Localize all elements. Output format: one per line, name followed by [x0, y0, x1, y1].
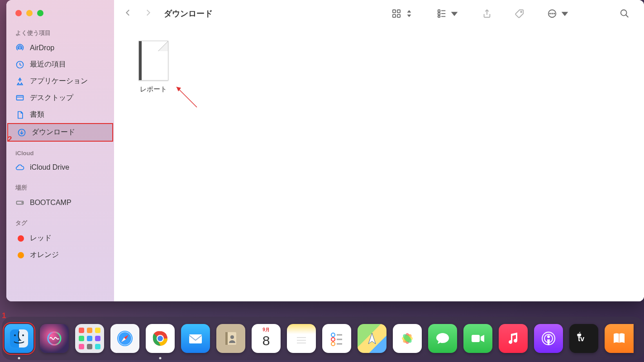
- dock-launchpad[interactable]: [75, 324, 104, 353]
- svg-rect-14: [438, 10, 440, 12]
- dock-calendar[interactable]: 9月8: [252, 324, 281, 353]
- back-button[interactable]: [124, 9, 132, 19]
- sidebar-item-document[interactable]: 書類: [6, 106, 114, 123]
- desktop-icon: [15, 94, 24, 103]
- dock-books[interactable]: [605, 324, 634, 353]
- svg-marker-12: [407, 10, 411, 13]
- sidebar-item-label: 最近の項目: [30, 60, 66, 69]
- svg-point-23: [550, 13, 551, 14]
- svg-rect-15: [438, 13, 440, 15]
- sidebar-item-cloud[interactable]: iCloud Drive: [6, 159, 114, 176]
- cloud-icon: [15, 163, 24, 172]
- svg-marker-20: [451, 12, 458, 16]
- minimize-button[interactable]: [26, 10, 33, 16]
- svg-point-32: [14, 334, 16, 336]
- group-by-button[interactable]: [432, 9, 464, 19]
- sidebar-item-label: 書類: [30, 110, 44, 119]
- dock-reminders[interactable]: [322, 324, 351, 353]
- svg-marker-63: [481, 335, 484, 342]
- dock-podcasts[interactable]: [534, 324, 563, 353]
- svg-marker-57: [368, 333, 376, 344]
- sidebar-item-download[interactable]: ダウンロード: [7, 123, 113, 142]
- file-item[interactable]: レポート: [133, 41, 174, 94]
- app-icon: [15, 77, 24, 86]
- svg-point-25: [554, 13, 555, 14]
- sidebar-item-app[interactable]: アプリケーション: [6, 73, 114, 90]
- sidebar-item-tag[interactable]: オレンジ: [6, 247, 114, 263]
- sidebar-item-label: iCloud Drive: [30, 163, 69, 171]
- view-icons-button[interactable]: [387, 9, 419, 19]
- svg-rect-62: [472, 335, 480, 342]
- svg-point-51: [331, 333, 335, 337]
- dock-appletv[interactable]: tv: [569, 324, 598, 353]
- svg-rect-8: [393, 10, 396, 13]
- dock-music[interactable]: [499, 324, 528, 353]
- dock: 9月8tv: [2, 317, 644, 360]
- more-actions-button[interactable]: [543, 9, 574, 19]
- dock-siri[interactable]: [40, 324, 69, 353]
- forward-button[interactable]: [144, 9, 152, 19]
- window-controls: [6, 8, 114, 27]
- sidebar-item-clock[interactable]: 最近の項目: [6, 56, 114, 73]
- airdrop-icon: [15, 43, 24, 52]
- svg-point-47: [230, 335, 234, 339]
- sidebar-item-label: アプリケーション: [30, 76, 88, 86]
- sidebar: よく使う項目AirDrop最近の項目アプリケーションデスクトップ書類ダウンロード…: [6, 0, 114, 301]
- svg-point-55: [331, 342, 335, 346]
- main-pane: ダウンロード: [114, 0, 644, 301]
- document-icon: [15, 110, 24, 119]
- close-button[interactable]: [15, 10, 22, 16]
- tags-button[interactable]: [510, 9, 529, 19]
- svg-point-7: [22, 202, 23, 203]
- tag-icon: [15, 234, 24, 243]
- dock-contacts[interactable]: [216, 324, 245, 353]
- disk-icon: [15, 198, 24, 207]
- file-area[interactable]: レポート: [114, 27, 644, 301]
- sidebar-heading: iCloud: [6, 150, 114, 159]
- download-icon: [17, 128, 26, 137]
- dock-notes[interactable]: [287, 324, 316, 353]
- clock-icon: [15, 60, 24, 69]
- dock-chrome[interactable]: [146, 324, 175, 353]
- svg-point-0: [19, 47, 21, 49]
- document-icon: [138, 41, 168, 81]
- sidebar-heading: 場所: [6, 184, 114, 195]
- svg-rect-16: [438, 16, 440, 18]
- search-button[interactable]: [615, 9, 634, 19]
- dock-maps[interactable]: [358, 324, 386, 353]
- sidebar-item-label: ダウンロード: [32, 128, 75, 137]
- annotation-label-2: 2: [8, 135, 12, 144]
- window-title: ダウンロード: [164, 8, 213, 19]
- running-indicator: [159, 357, 162, 359]
- dock-mail[interactable]: [181, 324, 210, 353]
- dock-facetime[interactable]: [463, 324, 492, 353]
- sidebar-item-airdrop[interactable]: AirDrop: [6, 40, 114, 56]
- dock-photos[interactable]: [393, 324, 422, 353]
- dock-messages[interactable]: [428, 324, 457, 353]
- svg-rect-11: [397, 14, 400, 17]
- share-button[interactable]: [477, 9, 496, 19]
- sidebar-item-label: レッド: [30, 233, 52, 243]
- running-indicator: [18, 357, 20, 359]
- svg-point-24: [552, 13, 553, 14]
- maximize-button[interactable]: [37, 10, 43, 16]
- dock-safari[interactable]: [110, 324, 139, 353]
- sidebar-item-disk[interactable]: BOOTCAMP: [6, 195, 114, 211]
- svg-point-66: [547, 335, 550, 338]
- svg-rect-44: [189, 334, 202, 343]
- svg-rect-9: [397, 10, 400, 13]
- sidebar-item-tag[interactable]: レッド: [6, 230, 114, 247]
- svg-marker-13: [407, 14, 411, 17]
- tag-icon: [15, 251, 24, 260]
- sidebar-heading: よく使う項目: [6, 29, 114, 40]
- file-name: レポート: [133, 85, 174, 94]
- annotation-arrow: [172, 82, 199, 110]
- dock-finder[interactable]: [5, 324, 33, 353]
- sidebar-item-desktop[interactable]: デスクトップ: [6, 90, 114, 106]
- svg-line-28: [626, 15, 629, 18]
- svg-rect-2: [17, 95, 24, 100]
- sidebar-item-label: BOOTCAMP: [30, 199, 72, 207]
- finder-window: よく使う項目AirDrop最近の項目アプリケーションデスクトップ書類ダウンロード…: [6, 0, 644, 301]
- svg-point-43: [157, 336, 163, 341]
- svg-rect-46: [225, 332, 228, 345]
